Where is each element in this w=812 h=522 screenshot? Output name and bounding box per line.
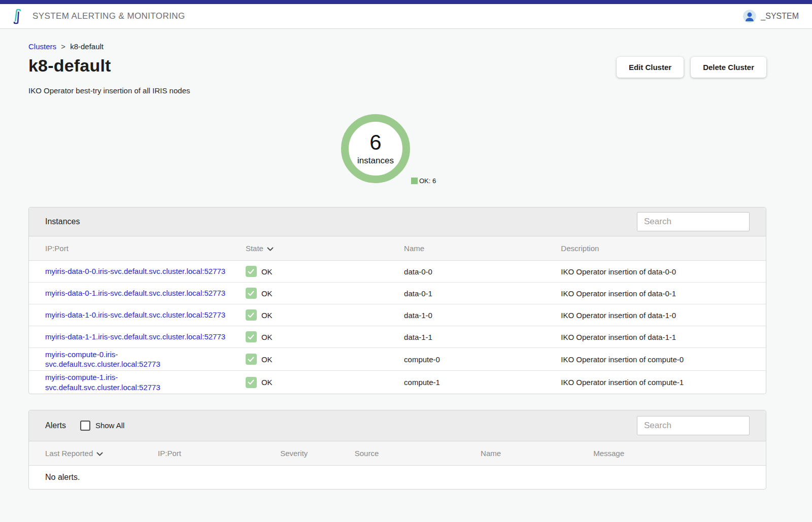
instances-search-input[interactable] (637, 212, 750, 231)
user-avatar-icon (743, 10, 756, 23)
col-state-label: State (246, 244, 263, 253)
alerts-section: Alerts Show All Last Reported IP:Port Se… (28, 410, 766, 490)
instance-name: data-1-1 (404, 326, 561, 348)
instance-link[interactable]: myiris-data-0-1.iris-svc.default.svc.clu… (45, 288, 225, 298)
alerts-table: Last Reported IP:Port Severity Source Na… (29, 441, 766, 489)
instances-section-title: Instances (45, 217, 80, 226)
app-header: SYSTEM ALERTING & MONITORING _SYSTEM (0, 4, 812, 29)
instances-header-row: IP:Port State Name Description (29, 236, 766, 261)
breadcrumb-separator: > (61, 42, 65, 51)
app-logo-icon (12, 9, 24, 25)
instance-description: IKO Operator insertion of data-0-1 (561, 283, 766, 304)
top-accent-bar (0, 0, 812, 4)
breadcrumb: Clusters > k8-default (28, 42, 766, 51)
breadcrumb-current: k8-default (70, 42, 104, 51)
ok-check-icon (246, 266, 257, 277)
cluster-description: IKO Operator best-try insertion of all I… (28, 86, 766, 95)
instances-donut-chart: 6 instances OK: 6 (28, 106, 766, 196)
instance-description: IKO Operator insertion of data-0-0 (561, 261, 766, 283)
col-description: Description (561, 236, 766, 261)
instance-name: compute-0 (404, 348, 561, 371)
page-title: k8-default (28, 56, 111, 76)
col-name: Name (404, 236, 561, 261)
user-menu[interactable]: _SYSTEM (743, 10, 799, 23)
col-severity: Severity (280, 441, 355, 466)
chart-legend: OK: 6 (411, 177, 436, 185)
legend-ok-swatch (411, 178, 418, 184)
edit-cluster-button[interactable]: Edit Cluster (617, 57, 684, 78)
alerts-header-row: Last Reported IP:Port Severity Source Na… (29, 441, 766, 466)
col-alert-ip-port: IP:Port (158, 441, 280, 466)
alerts-section-title: Alerts (45, 421, 66, 430)
instance-name: data-0-0 (404, 261, 561, 283)
no-alerts-message: No alerts. (29, 465, 766, 489)
state-label: OK (261, 267, 273, 276)
username: _SYSTEM (761, 12, 799, 21)
col-alert-name: Name (481, 441, 593, 466)
table-row: myiris-data-0-1.iris-svc.default.svc.clu… (29, 283, 766, 304)
ok-check-icon (246, 309, 257, 321)
col-source-label: Source (355, 449, 379, 458)
state-label: OK (261, 333, 273, 341)
state-label: OK (261, 355, 273, 364)
state-label: OK (261, 378, 273, 387)
instances-section: Instances IP:Port State Name Description… (28, 207, 766, 394)
show-all-checkbox[interactable] (80, 421, 90, 431)
instance-link[interactable]: myiris-compute-1.iris-svc.default.svc.cl… (45, 372, 233, 392)
instance-link[interactable]: myiris-data-0-0.iris-svc.default.svc.clu… (45, 266, 225, 276)
instance-link[interactable]: myiris-compute-0.iris-svc.default.svc.cl… (45, 350, 233, 369)
col-name-label: Name (404, 244, 424, 253)
ok-check-icon (246, 377, 257, 388)
alerts-search-input[interactable] (637, 416, 750, 435)
table-row: myiris-data-1-1.iris-svc.default.svc.clu… (29, 326, 766, 348)
instance-description: IKO Operator insertion of data-1-1 (561, 326, 766, 348)
col-alert-ip-port-label: IP:Port (158, 449, 181, 458)
donut-value: 6 (369, 132, 381, 153)
table-row: myiris-data-1-0.iris-svc.default.svc.clu… (29, 304, 766, 326)
instance-link[interactable]: myiris-data-1-1.iris-svc.default.svc.clu… (45, 332, 225, 341)
state-label: OK (261, 289, 273, 298)
col-ip-port: IP:Port (29, 236, 246, 261)
col-state[interactable]: State (246, 236, 404, 261)
col-last-reported-label: Last Reported (45, 449, 93, 458)
instance-description: IKO Operator insertion of compute-0 (561, 348, 766, 371)
col-description-label: Description (561, 244, 599, 253)
donut-ring: 6 instances (341, 114, 410, 183)
col-ip-port-label: IP:Port (45, 244, 69, 253)
instance-name: data-1-0 (404, 304, 561, 326)
alerts-empty-row: No alerts. (29, 465, 766, 489)
state-label: OK (261, 311, 273, 320)
instances-table: IP:Port State Name Description myiris-da… (29, 236, 766, 394)
legend-ok-label: OK: 6 (419, 177, 436, 185)
ok-check-icon (246, 331, 257, 342)
ok-check-icon (246, 288, 257, 299)
instance-name: data-0-1 (404, 283, 561, 304)
chevron-down-icon (267, 247, 274, 252)
instance-description: IKO Operator insertion of data-1-0 (561, 304, 766, 326)
show-all-label: Show All (95, 421, 125, 430)
ok-check-icon (246, 354, 257, 365)
delete-cluster-button[interactable]: Delete Cluster (691, 57, 766, 78)
table-row: myiris-data-0-0.iris-svc.default.svc.clu… (29, 261, 766, 283)
breadcrumb-clusters-link[interactable]: Clusters (28, 42, 56, 51)
instance-link[interactable]: myiris-data-1-0.iris-svc.default.svc.clu… (45, 310, 225, 320)
col-alert-name-label: Name (481, 449, 501, 458)
donut-label: instances (357, 156, 394, 166)
app-title: SYSTEM ALERTING & MONITORING (32, 11, 185, 21)
col-last-reported[interactable]: Last Reported (29, 441, 158, 466)
col-message: Message (593, 441, 766, 466)
col-severity-label: Severity (280, 449, 308, 458)
col-message-label: Message (593, 449, 624, 458)
instance-description: IKO Operator insertion of compute-1 (561, 371, 766, 394)
col-source: Source (355, 441, 481, 466)
table-row: myiris-compute-1.iris-svc.default.svc.cl… (29, 371, 766, 394)
table-row: myiris-compute-0.iris-svc.default.svc.cl… (29, 348, 766, 371)
chevron-down-icon (96, 452, 103, 457)
instance-name: compute-1 (404, 371, 561, 394)
